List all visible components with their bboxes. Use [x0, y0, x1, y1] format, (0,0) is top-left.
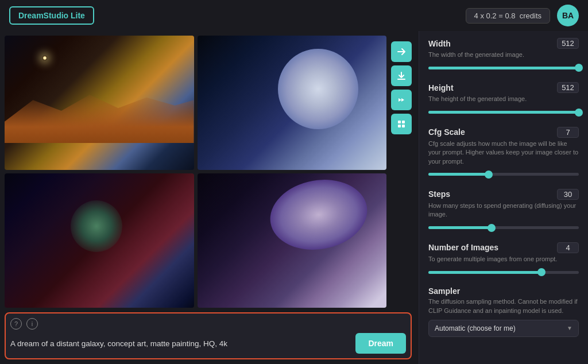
width-slider-fill — [428, 67, 579, 69]
width-label: Width — [428, 39, 451, 48]
setting-num-images-header: Number of Images 4 — [428, 242, 579, 253]
image-grid — [5, 36, 386, 308]
height-value: 512 — [557, 82, 579, 93]
export-button[interactable] — [391, 41, 412, 62]
setting-sampler: Sampler The diffusion sampling method. C… — [428, 286, 579, 337]
height-label: Height — [428, 83, 454, 92]
grid-button[interactable] — [391, 114, 412, 134]
num-images-slider-track — [428, 271, 579, 274]
main-layout: ? i Dream Width 512 The width of the gen… — [0, 31, 588, 364]
width-desc: The width of the generated image. — [428, 51, 579, 59]
steps-slider-thumb[interactable] — [488, 224, 496, 232]
height-slider-container[interactable] — [428, 109, 579, 117]
sampler-select[interactable]: Automatic (choose for me) ▼ — [428, 320, 579, 337]
setting-width: Width 512 The width of the generated ima… — [428, 38, 579, 72]
header: DreamStudio Lite 4 x 0.2 = 0.8 credits B… — [0, 0, 588, 31]
rewind-button[interactable] — [391, 90, 412, 110]
prompt-area: ? i Dream — [5, 312, 412, 359]
height-slider-track — [428, 111, 579, 114]
setting-sampler-header: Sampler — [428, 286, 579, 296]
width-value: 512 — [557, 38, 579, 49]
chevron-down-icon: ▼ — [567, 325, 572, 331]
cfg-slider-track — [428, 173, 579, 176]
height-slider-thumb[interactable] — [575, 109, 583, 117]
logo-button[interactable]: DreamStudio Lite — [9, 6, 94, 25]
width-slider-track — [428, 67, 579, 69]
setting-cfg-header: Cfg Scale 7 — [428, 127, 579, 138]
sampler-value: Automatic (choose for me) — [435, 324, 516, 332]
height-slider-fill — [428, 111, 579, 114]
prompt-input-row: Dream — [10, 333, 406, 354]
steps-slider-fill — [428, 226, 492, 229]
steps-value: 30 — [557, 189, 579, 200]
action-buttons-panel — [391, 36, 412, 308]
download-button[interactable] — [391, 65, 412, 86]
question-icon[interactable]: ? — [10, 318, 22, 330]
svg-rect-0 — [398, 121, 401, 123]
setting-height: Height 512 The height of the generated i… — [428, 82, 579, 116]
info-icon[interactable]: i — [26, 318, 38, 330]
steps-desc: How many steps to spend generating (diff… — [428, 202, 579, 219]
generated-image-1[interactable] — [5, 36, 194, 170]
setting-num-images: Number of Images 4 To generate multiple … — [428, 242, 579, 276]
cfg-slider-thumb[interactable] — [485, 171, 493, 179]
generated-image-2[interactable] — [198, 36, 387, 170]
cfg-slider-fill — [428, 173, 489, 176]
prompt-wrapper: ? i Dream — [5, 312, 412, 359]
cfg-slider-container[interactable] — [428, 171, 579, 179]
num-images-slider-container[interactable] — [428, 268, 579, 276]
width-slider-container[interactable] — [428, 64, 579, 72]
cfg-label: Cfg Scale — [428, 127, 465, 137]
height-desc: The height of the generated image. — [428, 95, 579, 103]
steps-slider-container[interactable] — [428, 224, 579, 232]
sampler-label: Sampler — [428, 286, 460, 296]
cfg-desc: Cfg scale adjusts how much the image wil… — [428, 140, 579, 166]
setting-cfg-scale: Cfg Scale 7 Cfg scale adjusts how much t… — [428, 127, 579, 179]
setting-steps-header: Steps 30 — [428, 189, 579, 200]
credits-label: credits — [520, 11, 541, 20]
num-images-label: Number of Images — [428, 243, 498, 252]
svg-rect-3 — [402, 125, 405, 127]
sampler-desc: The diffusion sampling method. Cannot be… — [428, 297, 579, 315]
canvas-area: ? i Dream — [0, 31, 419, 364]
generated-image-3[interactable] — [5, 173, 194, 308]
setting-steps: Steps 30 How many steps to spend generat… — [428, 189, 579, 232]
steps-label: Steps — [428, 189, 450, 199]
svg-rect-1 — [402, 121, 405, 123]
num-images-slider-fill — [428, 271, 541, 274]
dream-button[interactable]: Dream — [355, 333, 406, 354]
credits-display: 4 x 0.2 = 0.8 credits — [466, 8, 550, 24]
num-images-slider-thumb[interactable] — [537, 268, 546, 276]
sidebar: Width 512 The width of the generated ima… — [419, 31, 588, 364]
avatar[interactable]: BA — [557, 5, 579, 26]
num-images-value: 4 — [557, 242, 579, 253]
width-slider-thumb[interactable] — [575, 64, 583, 72]
credits-value: 4 x 0.2 = 0.8 — [474, 11, 516, 20]
cfg-value: 7 — [557, 127, 579, 138]
setting-height-header: Height 512 — [428, 82, 579, 93]
image-grid-wrapper — [5, 36, 412, 308]
prompt-input[interactable] — [10, 339, 350, 348]
generated-image-4[interactable] — [198, 173, 387, 308]
prompt-icons-row: ? i — [10, 318, 406, 330]
svg-rect-2 — [398, 125, 401, 127]
steps-slider-track — [428, 226, 579, 229]
setting-width-header: Width 512 — [428, 38, 579, 49]
num-images-desc: To generate multiple images from one pro… — [428, 255, 579, 264]
